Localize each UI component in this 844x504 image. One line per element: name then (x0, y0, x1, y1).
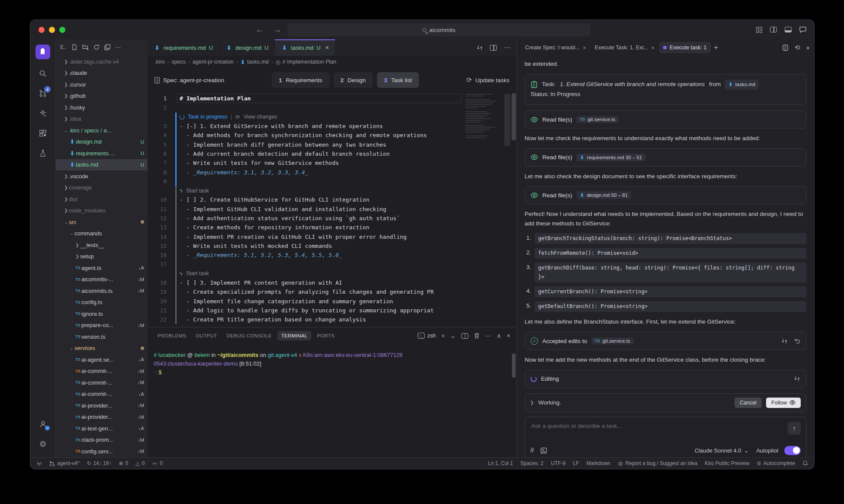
code-line[interactable]: 12 - Add authentication status verificat… (148, 214, 462, 223)
tree-item-ai-commit-[interactable]: TSai-commit-...↓M (56, 366, 148, 377)
close-panel-icon[interactable]: × (507, 332, 510, 339)
chat-tab[interactable]: Execute Task: 1. Ext...× (591, 42, 658, 54)
terminal-tab-debug-console[interactable]: DEBUG CONSOLE (222, 331, 275, 340)
tool-call-card[interactable]: Read file(s)TSgit.service.ts (525, 110, 806, 128)
breadcrumb-item[interactable]: ⬇tasks.md (241, 59, 269, 65)
editor-tab-tasks.md[interactable]: ⬇tasks.mdU× (275, 39, 335, 56)
tree-item-services[interactable]: ⌄services (56, 343, 148, 354)
tree-item-aicommits-[interactable]: TSaicommits-...↓M (56, 274, 148, 286)
tree-item-ai-provider-[interactable]: TSai-provider...↓M (56, 411, 148, 423)
tool-call-card[interactable]: Editing (525, 370, 806, 388)
code-line[interactable]: 15 - Write unit tests with mocked CLI co… (148, 241, 462, 250)
tool-call-card[interactable]: ✓Accepted edits toTSgit.service.ts (525, 332, 806, 350)
codelens-label[interactable]: View changes (244, 114, 277, 120)
terminal-tab-ports[interactable]: PORTS (313, 331, 338, 340)
codelens-label[interactable]: Task in progress (188, 114, 227, 120)
breadcrumb[interactable]: .kiro›specs›agent-pr-creation›⬇tasks.md›… (148, 56, 516, 68)
task-list-icon[interactable] (782, 44, 789, 51)
breadcrumb-item[interactable]: ◎# Implementation Plan (276, 59, 336, 65)
file-chip[interactable]: ⬇design.md 50 – 81 (577, 191, 631, 199)
command-center-search[interactable]: aicommits (287, 23, 590, 36)
code-line[interactable]: 16 - _Requirements: 5.1, 5.2, 5.3, 5.4, … (148, 250, 462, 260)
codelens-label[interactable]: Start task (186, 270, 209, 276)
status-item[interactable] (36, 461, 42, 466)
chat-icon[interactable] (799, 26, 806, 33)
split-terminal-icon[interactable] (461, 333, 468, 339)
code-line[interactable]: 17 (148, 260, 462, 269)
source-control-activity-icon[interactable]: 4 (30, 83, 55, 103)
open-diff-icon[interactable] (794, 376, 800, 382)
tree-item-agent-ts[interactable]: TSagent.ts↓A (56, 262, 148, 274)
open-diff-icon[interactable] (781, 338, 788, 344)
flask-activity-icon[interactable] (30, 143, 55, 163)
new-terminal-icon[interactable]: + (441, 332, 445, 339)
code-line[interactable]: 3- [-] 1. Extend GitService with branch … (148, 122, 462, 131)
collapse-all-icon[interactable] (104, 44, 110, 50)
undo-icon[interactable] (794, 338, 800, 344)
settings-gear-icon[interactable]: ⚙ (30, 434, 55, 454)
code-line[interactable]: 14 - Implement PR creation via GitHub CL… (148, 232, 462, 241)
status-item-ln-1-col-1[interactable]: Ln 1, Col 1 (488, 460, 513, 466)
terminal-tab-output[interactable]: OUTPUT (192, 331, 221, 340)
context-hash-icon[interactable]: # (530, 446, 534, 454)
update-tasks-button[interactable]: ⟳ Update tasks (467, 76, 509, 84)
status-item-0[interactable]: △0 (135, 460, 145, 466)
kiro-logo[interactable] (35, 45, 50, 59)
tree-item-design-md[interactable]: ⬇design.mdU (56, 136, 148, 148)
account-icon[interactable]: ✓ (30, 414, 55, 434)
more-actions-icon[interactable]: ⋯ (115, 44, 122, 51)
codelens-label[interactable]: Start task (186, 188, 209, 194)
new-folder-icon[interactable] (82, 44, 89, 50)
close-panel-icon[interactable]: × (806, 44, 810, 51)
close-tab-icon[interactable]: × (651, 45, 654, 51)
tree-item-version-ts[interactable]: TSversion.ts (56, 331, 148, 343)
status-item-0[interactable]: 0 (152, 460, 163, 466)
close-window-button[interactable] (39, 27, 45, 33)
chat-tab[interactable]: Create Spec: I would...× (521, 42, 590, 54)
file-chip[interactable]: TSgit.service.ts (577, 116, 619, 123)
apps-grid-icon[interactable] (756, 27, 762, 33)
tree-item-dist[interactable]: ❯dist (56, 193, 148, 205)
file-chip[interactable]: ⬇requirements.md 30 – 51 (577, 154, 646, 161)
shell-selector[interactable]: >_zsh (418, 333, 435, 339)
spec-step-design[interactable]: 2Design (334, 72, 373, 88)
tree-item-src[interactable]: ⌄src (56, 216, 148, 228)
status-item-autocomplete[interactable]: ⊘Autocomplete (757, 460, 795, 466)
status-item-agent-v4-[interactable]: agent-v4* (49, 460, 79, 466)
kill-terminal-icon[interactable] (474, 333, 480, 339)
code-line[interactable]: 10- [ ] 2. Create GitHubService for GitH… (148, 195, 462, 204)
terminal-tab-terminal[interactable]: TERMINAL (277, 331, 312, 340)
new-chat-tab-icon[interactable]: + (714, 43, 718, 52)
status-item-report-a-bug-suggest[interactable]: Report a bug / Suggest an idea (618, 460, 697, 466)
history-icon[interactable]: ⟲ (795, 44, 800, 51)
status-item-0[interactable]: ⊗0 (119, 460, 128, 466)
tree-item-commands[interactable]: ⌄commands (56, 228, 148, 240)
code-line[interactable]: 5 - Implement branch diff generation bet… (148, 140, 462, 149)
compare-changes-icon[interactable] (477, 45, 483, 51)
tool-call-card[interactable]: Read file(s)⬇requirements.md 30 – 51 (525, 148, 806, 167)
code-line[interactable]: 1# Implementation Plan (148, 94, 462, 103)
tree-item-tasks-md[interactable]: ⬇tasks.mdU (56, 159, 148, 171)
breadcrumb-item[interactable]: specs (171, 59, 186, 65)
code-line[interactable]: 13 - Create methods for repository infor… (148, 223, 462, 232)
new-file-icon[interactable] (71, 44, 77, 50)
tree-item-requirements-[interactable]: ⬇requirements....U (56, 148, 148, 159)
tree-item--kiro-specs-a-[interactable]: ⌄.kiro / specs / a... (56, 125, 148, 136)
status-item-14-19-[interactable]: ↻14↓ 19↑ (87, 460, 111, 466)
breadcrumb-item[interactable]: .kiro (155, 59, 165, 65)
tree-item-config-ts[interactable]: TSconfig.ts (56, 297, 148, 308)
split-view-icon[interactable] (770, 27, 777, 32)
more-actions-icon[interactable]: ⋯ (485, 332, 491, 339)
status-item[interactable] (802, 460, 808, 466)
extensions-activity-icon[interactable] (30, 123, 55, 143)
close-tab-icon[interactable]: × (583, 45, 586, 51)
editor-scrollbar[interactable] (510, 92, 516, 327)
status-item-markdown[interactable]: Markdown (586, 460, 610, 466)
terminal-scrollbar[interactable] (512, 353, 515, 378)
close-tab-icon[interactable]: × (325, 44, 329, 51)
spec-step-task-list[interactable]: 3Task list (377, 72, 419, 88)
autopilot-toggle[interactable] (784, 446, 801, 455)
code-line[interactable]: 9 (148, 177, 462, 186)
more-actions-icon[interactable]: ⋯ (504, 44, 510, 51)
split-editor-icon[interactable] (490, 45, 497, 51)
